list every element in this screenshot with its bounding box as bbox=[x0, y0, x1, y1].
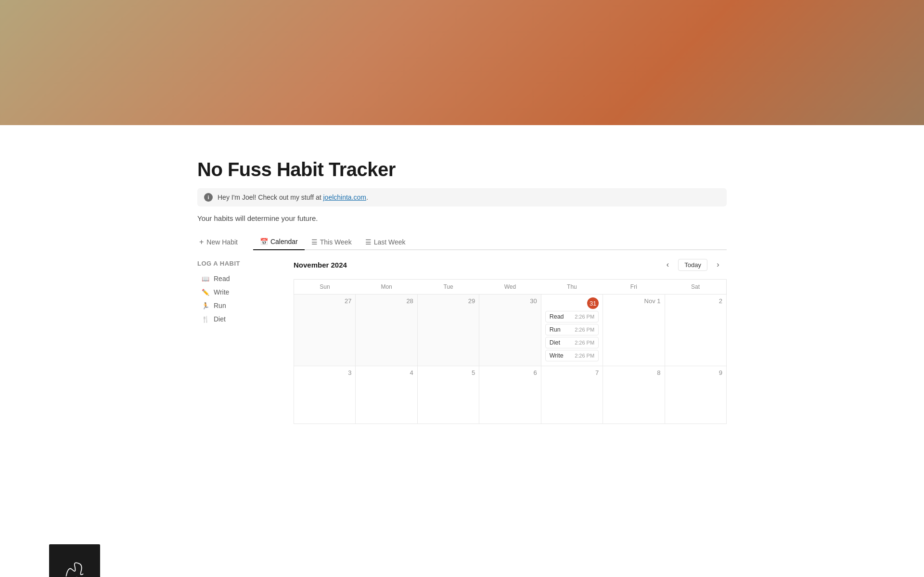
date-number: 2 bbox=[669, 297, 722, 305]
tab-calendar[interactable]: 📅 Calendar bbox=[253, 234, 305, 250]
today-button[interactable]: Today bbox=[678, 259, 707, 271]
tab-this-week[interactable]: ☰ This Week bbox=[305, 234, 359, 250]
date-number: 7 bbox=[545, 369, 599, 376]
date-number: 27 bbox=[298, 297, 351, 305]
date-number: Nov 1 bbox=[607, 297, 660, 305]
calendar-grid: Sun Mon Tue Wed Thu Fri Sat 2728293031Re… bbox=[294, 279, 727, 424]
date-number: 4 bbox=[359, 369, 413, 376]
prev-month-button[interactable]: ‹ bbox=[661, 258, 674, 271]
calendar-cell[interactable]: 6 bbox=[479, 366, 541, 424]
calendar-event[interactable]: Run2:26 PM bbox=[545, 324, 599, 335]
calendar-cell[interactable]: 2 bbox=[665, 295, 726, 366]
calendar-cell[interactable]: 27 bbox=[294, 295, 356, 366]
diet-icon: 🍴 bbox=[201, 316, 210, 323]
today-badge: 31 bbox=[587, 297, 599, 309]
tab-last-week[interactable]: ☰ Last Week bbox=[359, 234, 412, 250]
habit-run[interactable]: 🏃 Run bbox=[197, 299, 286, 312]
calendar-nav: ‹ Today › bbox=[661, 258, 725, 271]
event-time: 2:26 PM bbox=[575, 340, 594, 346]
calendar-cell[interactable]: 3 bbox=[294, 366, 356, 424]
next-month-button[interactable]: › bbox=[711, 258, 725, 271]
calendar-icon: 📅 bbox=[260, 238, 268, 245]
event-name: Diet bbox=[550, 339, 560, 346]
calendar-month: November 2024 bbox=[294, 261, 347, 269]
toolbar: + New Habit 📅 Calendar ☰ This Week ☰ Las… bbox=[197, 234, 727, 250]
calendar-cell[interactable]: 28 bbox=[356, 295, 417, 366]
date-number: 28 bbox=[359, 297, 413, 305]
habit-read[interactable]: 📖 Read bbox=[197, 272, 286, 285]
habit-diet[interactable]: 🍴 Diet bbox=[197, 312, 286, 326]
info-icon: i bbox=[204, 193, 213, 202]
calendar-cell[interactable]: Nov 1 bbox=[603, 295, 665, 366]
info-link[interactable]: joelchinta.com bbox=[323, 193, 367, 201]
date-number: 30 bbox=[483, 297, 537, 305]
info-banner: i Hey I'm Joel! Check out my stuff at jo… bbox=[197, 188, 727, 206]
calendar-event[interactable]: Read2:26 PM bbox=[545, 311, 599, 322]
calendar-section: November 2024 ‹ Today › Sun Mon Tue Wed … bbox=[294, 258, 727, 424]
list-icon-2: ☰ bbox=[365, 238, 372, 246]
date-number: 6 bbox=[483, 369, 537, 376]
event-time: 2:26 PM bbox=[575, 314, 594, 320]
new-habit-label: New Habit bbox=[206, 238, 238, 246]
calendar-cell[interactable]: 5 bbox=[417, 366, 479, 424]
date-number: 3 bbox=[298, 369, 351, 376]
date-number: 9 bbox=[669, 369, 722, 376]
views-tabs: 📅 Calendar ☰ This Week ☰ Last Week bbox=[253, 234, 727, 250]
calendar-cell[interactable]: 4 bbox=[356, 366, 417, 424]
write-icon: ✏️ bbox=[201, 289, 210, 296]
calendar-cell[interactable]: 30 bbox=[479, 295, 541, 366]
new-habit-button[interactable]: + New Habit bbox=[197, 235, 244, 249]
calendar-cell[interactable]: 31Read2:26 PMRun2:26 PMDiet2:26 PMWrite2… bbox=[541, 295, 603, 366]
date-number: 5 bbox=[422, 369, 475, 376]
event-time: 2:26 PM bbox=[575, 353, 594, 359]
run-icon: 🏃 bbox=[201, 302, 210, 309]
calendar-event[interactable]: Write2:26 PM bbox=[545, 350, 599, 361]
day-header-tue: Tue bbox=[417, 280, 479, 295]
event-name: Write bbox=[550, 352, 564, 359]
calendar-header: November 2024 ‹ Today › bbox=[294, 258, 727, 271]
calendar-cell[interactable]: 29 bbox=[417, 295, 479, 366]
calendar-cell[interactable]: 8 bbox=[603, 366, 665, 424]
day-header-mon: Mon bbox=[356, 280, 417, 295]
event-name: Run bbox=[550, 326, 561, 333]
calendar-cell[interactable]: 7 bbox=[541, 366, 603, 424]
day-header-fri: Fri bbox=[603, 280, 665, 295]
date-number: 8 bbox=[607, 369, 660, 376]
list-icon-1: ☰ bbox=[311, 238, 318, 246]
main-layout: Log a Habit 📖 Read ✏️ Write 🏃 Run 🍴 Diet… bbox=[197, 258, 727, 424]
hero-banner bbox=[0, 0, 924, 125]
event-time: 2:26 PM bbox=[575, 327, 594, 333]
info-text: Hey I'm Joel! Check out my stuff at joel… bbox=[218, 193, 368, 201]
day-header-sat: Sat bbox=[665, 280, 726, 295]
habit-write[interactable]: ✏️ Write bbox=[197, 285, 286, 299]
plus-icon: + bbox=[199, 238, 204, 246]
date-number: 29 bbox=[422, 297, 475, 305]
sidebar-section-title: Log a Habit bbox=[197, 260, 286, 267]
day-header-wed: Wed bbox=[479, 280, 541, 295]
calendar-cell[interactable]: 9 bbox=[665, 366, 726, 424]
day-header-thu: Thu bbox=[541, 280, 603, 295]
calendar-event[interactable]: Diet2:26 PM bbox=[545, 337, 599, 348]
sidebar: Log a Habit 📖 Read ✏️ Write 🏃 Run 🍴 Diet bbox=[197, 258, 294, 424]
day-header-sun: Sun bbox=[294, 280, 356, 295]
event-name: Read bbox=[550, 313, 564, 320]
tagline: Your habits will determine your future. bbox=[197, 214, 727, 222]
read-icon: 📖 bbox=[201, 275, 210, 282]
page-title: No Fuss Habit Tracker bbox=[197, 159, 727, 180]
